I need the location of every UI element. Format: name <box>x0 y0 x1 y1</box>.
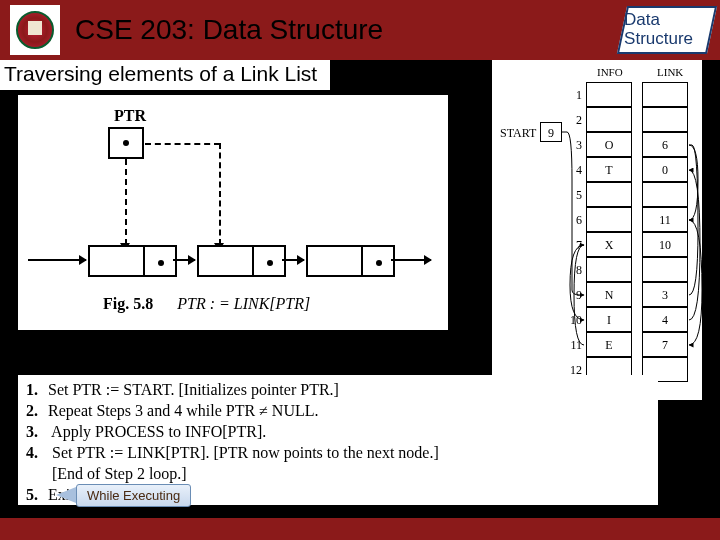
start-value: 9 <box>540 122 562 142</box>
link-column-header: LINK <box>657 66 683 78</box>
algorithm-step: 3. Apply PROCESS to INFO[PTR]. <box>26 423 650 441</box>
link-cell: 4 <box>642 307 688 332</box>
array-table: INFO LINK START 9 123O64T056117X1089N310… <box>492 60 702 400</box>
link-cell <box>642 182 688 207</box>
info-cell <box>586 257 632 282</box>
row-number: 6 <box>570 213 582 228</box>
link-cell <box>642 107 688 132</box>
slide-header: CSE 203: Data Structure Data Structure <box>0 0 720 60</box>
row-number: 10 <box>570 313 582 328</box>
info-column-header: INFO <box>597 66 623 78</box>
info-cell: E <box>586 332 632 357</box>
figure-number: Fig. 5.8 <box>103 295 153 312</box>
link-cell <box>642 82 688 107</box>
ptr-dot <box>123 140 129 146</box>
dashed-line <box>125 159 127 245</box>
link-cell: 0 <box>642 157 688 182</box>
university-logo <box>10 5 60 55</box>
link-cell: 3 <box>642 282 688 307</box>
figure-caption: Fig. 5.8 PTR : = LINK[PTR] <box>103 295 310 313</box>
dashed-line <box>219 143 221 245</box>
row-number: 4 <box>570 163 582 178</box>
row-number: 11 <box>570 338 582 353</box>
row-number: 9 <box>570 288 582 303</box>
link-arrow-icon <box>173 259 195 261</box>
info-cell: T <box>586 157 632 182</box>
link-arrow-icon <box>391 259 431 261</box>
link-cell: 6 <box>642 132 688 157</box>
callout-arrow-icon <box>56 487 76 503</box>
row-number: 1 <box>570 88 582 103</box>
row-number: 3 <box>570 138 582 153</box>
ptr-label: PTR <box>114 107 146 125</box>
info-cell: N <box>586 282 632 307</box>
link-cell: 10 <box>642 232 688 257</box>
link-arrow-icon <box>28 259 86 261</box>
footer-bar <box>0 518 720 540</box>
list-node <box>88 245 177 277</box>
info-cell <box>586 107 632 132</box>
row-number: 2 <box>570 113 582 128</box>
row-number: 7 <box>570 238 582 253</box>
list-node <box>197 245 286 277</box>
topic-badge-text: Data Structure <box>624 11 710 48</box>
info-cell: O <box>586 132 632 157</box>
info-cell: I <box>586 307 632 332</box>
row-number: 5 <box>570 188 582 203</box>
info-cell <box>586 207 632 232</box>
algorithm-step: [End of Step 2 loop.] <box>26 465 650 483</box>
info-cell <box>586 82 632 107</box>
slide-subtitle: Traversing elements of a Link List <box>0 60 330 90</box>
executing-callout: While Executing <box>76 484 191 507</box>
link-cell <box>642 257 688 282</box>
algorithm-step: 2.Repeat Steps 3 and 4 while PTR ≠ NULL. <box>26 402 650 420</box>
dashed-line <box>145 143 220 145</box>
row-number: 8 <box>570 263 582 278</box>
topic-badge: Data Structure <box>617 6 717 54</box>
linked-list-diagram: PTR Fig. 5.8 PTR : = LINK[PTR] <box>18 95 448 330</box>
course-title: CSE 203: Data Structure <box>75 14 383 46</box>
link-cell: 7 <box>642 332 688 357</box>
info-cell: X <box>586 232 632 257</box>
link-cell: 11 <box>642 207 688 232</box>
link-arrow-icon <box>282 259 304 261</box>
algorithm-step: 1.Set PTR := START. [Initializes pointer… <box>26 381 650 399</box>
figure-formula: PTR : = LINK[PTR] <box>177 295 310 312</box>
algorithm-step: 4. Set PTR := LINK[PTR]. [PTR now points… <box>26 444 650 462</box>
list-node <box>306 245 395 277</box>
info-cell <box>586 182 632 207</box>
start-label: START <box>500 126 536 141</box>
